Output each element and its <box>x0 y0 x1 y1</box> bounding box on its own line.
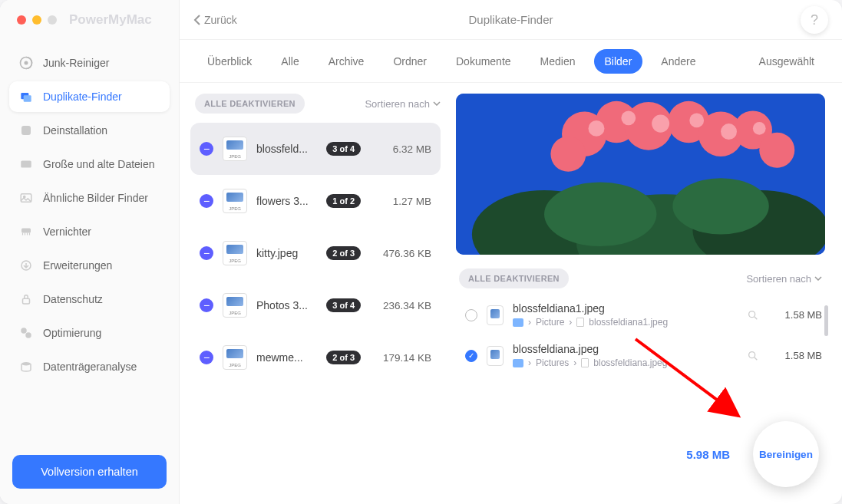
group-name: kitty.jpeg <box>256 247 317 259</box>
sidebar-item-label: Große und alte Dateien <box>43 158 155 170</box>
chevron-down-icon <box>814 276 822 281</box>
duplicate-groups-panel: ALLE DEAKTIVIEREN Sortieren nach − JPEG … <box>180 83 450 504</box>
minimize-icon[interactable] <box>32 15 41 25</box>
duplicate-group-list[interactable]: − JPEG blossfeld... 3 of 4 6.32 MB − JPE… <box>190 123 445 493</box>
count-badge: 2 of 3 <box>326 351 361 364</box>
deselect-all-button[interactable]: ALLE DEAKTIVIEREN <box>459 268 569 288</box>
sidebar-item-label: Datenträgeranalyse <box>43 361 137 373</box>
file-icon <box>581 358 589 367</box>
tab-archives[interactable]: Archive <box>318 49 375 74</box>
group-name: Photos 3... <box>256 299 317 311</box>
image-icon <box>18 190 34 206</box>
window-controls: PowerMyMac <box>0 0 179 40</box>
svg-point-33 <box>753 122 766 135</box>
group-size: 6.32 MB <box>370 143 431 155</box>
tab-folders[interactable]: Ordner <box>382 49 438 74</box>
count-badge: 3 of 4 <box>326 298 361 312</box>
svg-rect-8 <box>21 229 31 233</box>
jpeg-thumb-icon: JPEG <box>223 241 247 265</box>
svg-point-27 <box>759 133 794 168</box>
file-row[interactable]: blossfeldiana1.jpeg › Picture › blossfel… <box>456 295 825 335</box>
chevron-down-icon <box>433 101 441 106</box>
duplicate-icon <box>18 89 34 104</box>
sidebar-item-label: Junk-Reiniger <box>43 57 109 69</box>
clean-button[interactable]: Bereinigen <box>753 421 819 487</box>
file-checkbox[interactable] <box>465 309 477 321</box>
reveal-icon[interactable] <box>747 309 759 321</box>
svg-point-29 <box>621 110 636 125</box>
deselect-all-button[interactable]: ALLE DEAKTIVIEREN <box>195 94 305 114</box>
svg-rect-10 <box>23 298 30 304</box>
svg-point-11 <box>21 328 27 334</box>
file-path: › Picture › blossfeldiana1.jpeg <box>513 317 738 328</box>
group-name: flowers 3... <box>256 195 317 207</box>
sidebar-item-shredder[interactable]: Vernichter <box>9 216 170 247</box>
group-name: blossfeld... <box>256 143 317 155</box>
duplicate-group-row[interactable]: − JPEG mewme... 2 of 3 179.14 KB <box>190 331 441 384</box>
extensions-icon <box>18 258 34 273</box>
deselect-icon[interactable]: − <box>200 246 213 260</box>
tab-all[interactable]: Alle <box>270 49 309 74</box>
reveal-icon[interactable] <box>747 350 759 362</box>
sidebar-item-duplicates[interactable]: Duplikate-Finder <box>9 81 170 112</box>
close-icon[interactable] <box>17 15 26 25</box>
count-badge: 3 of 4 <box>326 142 361 156</box>
jpeg-thumb-icon: JPEG <box>223 137 247 161</box>
sort-button[interactable]: Sortieren nach <box>365 98 441 110</box>
sidebar-item-similar-images[interactable]: Ähnliche Bilder Finder <box>9 183 170 213</box>
deselect-icon[interactable]: − <box>200 142 213 156</box>
file-name: blossfeldiana.jpeg <box>513 343 738 355</box>
sidebar-nav: Junk-Reiniger Duplikate-Finder Deinstall… <box>0 40 179 446</box>
sidebar-item-privacy[interactable]: Datenschutz <box>9 284 170 315</box>
large-files-icon <box>18 156 34 172</box>
tab-selected[interactable]: Ausgewählt <box>748 49 825 74</box>
sidebar-item-label: Erweiterungen <box>43 259 112 272</box>
app-title: PowerMyMac <box>69 12 152 28</box>
file-name: blossfeldiana1.jpeg <box>513 302 738 315</box>
sidebar-item-uninstall[interactable]: Deinstallation <box>9 115 170 146</box>
sidebar-item-label: Optimierung <box>43 327 101 339</box>
chevron-left-icon <box>193 15 201 25</box>
tab-documents[interactable]: Dokumente <box>445 49 522 74</box>
sidebar-item-disk[interactable]: Datenträgeranalyse <box>9 351 170 382</box>
svg-point-19 <box>672 178 768 234</box>
tab-images[interactable]: Bilder <box>594 49 643 74</box>
sidebar-item-optimize[interactable]: Optimierung <box>9 318 170 348</box>
sidebar-item-large-files[interactable]: Große und alte Dateien <box>9 149 170 180</box>
full-version-button[interactable]: Vollversion erhalten <box>12 455 167 489</box>
sidebar-item-junk[interactable]: Junk-Reiniger <box>9 48 170 78</box>
jpeg-thumb-icon <box>487 305 504 325</box>
deselect-icon[interactable]: − <box>200 351 213 364</box>
jpeg-thumb-icon <box>487 346 504 366</box>
file-size: 1.58 MB <box>768 309 822 321</box>
help-button[interactable]: ? <box>801 6 828 34</box>
footer: 5.98 MB Bereinigen <box>686 421 819 487</box>
tab-other[interactable]: Andere <box>650 49 706 74</box>
group-size: 476.36 KB <box>370 248 431 259</box>
sidebar-item-label: Deinstallation <box>43 124 107 137</box>
back-button[interactable]: Zurück <box>180 14 237 26</box>
back-label: Zurück <box>204 14 237 26</box>
svg-point-31 <box>689 114 704 128</box>
duplicate-group-row[interactable]: − JPEG flowers 3... 1 of 2 1.27 MB <box>190 175 441 227</box>
file-checkbox[interactable] <box>465 350 477 362</box>
scrollbar-thumb[interactable] <box>824 305 828 336</box>
tab-overview[interactable]: Überblick <box>196 49 263 74</box>
junk-icon <box>18 55 34 71</box>
sort-button[interactable]: Sortieren nach <box>746 273 822 285</box>
svg-rect-3 <box>24 95 31 101</box>
file-row[interactable]: blossfeldiana.jpeg › Pictures › blossfel… <box>456 335 825 376</box>
jpeg-thumb-icon: JPEG <box>223 293 247 318</box>
image-preview <box>456 94 825 255</box>
file-icon <box>576 318 584 327</box>
deselect-icon[interactable]: − <box>200 194 213 208</box>
svg-point-34 <box>749 311 755 317</box>
tab-media[interactable]: Medien <box>530 49 586 74</box>
duplicate-group-row[interactable]: − JPEG Photos 3... 3 of 4 236.34 KB <box>190 279 441 331</box>
sidebar-item-extensions[interactable]: Erweiterungen <box>9 250 170 281</box>
duplicate-group-row[interactable]: − JPEG kitty.jpeg 2 of 3 476.36 KB <box>190 227 441 279</box>
duplicate-group-row[interactable]: − JPEG blossfeld... 3 of 4 6.32 MB <box>190 123 441 175</box>
count-badge: 1 of 2 <box>326 194 361 208</box>
shredder-icon <box>18 224 34 239</box>
deselect-icon[interactable]: − <box>200 298 213 312</box>
